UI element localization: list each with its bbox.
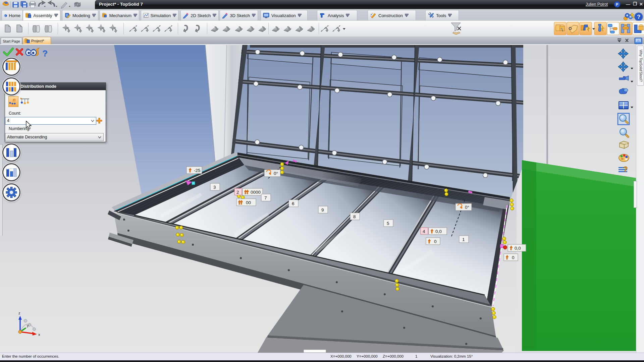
svg-text:3: 3: [213, 185, 216, 190]
svg-text:4: 4: [423, 229, 425, 234]
svg-text:0: 0: [512, 255, 515, 260]
svg-text:00: 00: [246, 200, 251, 205]
svg-text:2: 2: [236, 190, 239, 195]
svg-text:-25: -25: [194, 168, 201, 173]
svg-text:?: ?: [42, 48, 48, 58]
svg-text:7: 7: [264, 195, 267, 200]
svg-text:1: 1: [462, 237, 465, 242]
svg-text:6: 6: [292, 201, 294, 206]
svg-text:0: 0: [434, 239, 437, 244]
svg-text:0000: 0000: [251, 190, 261, 195]
svg-text:9: 9: [321, 207, 324, 213]
svg-text:x: x: [38, 333, 40, 337]
svg-text:y: y: [27, 323, 29, 327]
svg-text:z: z: [18, 311, 20, 315]
svg-text:0,0: 0,0: [515, 246, 521, 251]
svg-text:0°: 0°: [465, 205, 469, 210]
svg-text:8: 8: [353, 214, 356, 219]
svg-text:0°: 0°: [274, 171, 278, 176]
svg-text:n: n: [13, 97, 16, 103]
svg-text:5: 5: [387, 221, 389, 226]
svg-text:?: ?: [623, 165, 628, 173]
svg-text:0,0: 0,0: [435, 229, 442, 234]
